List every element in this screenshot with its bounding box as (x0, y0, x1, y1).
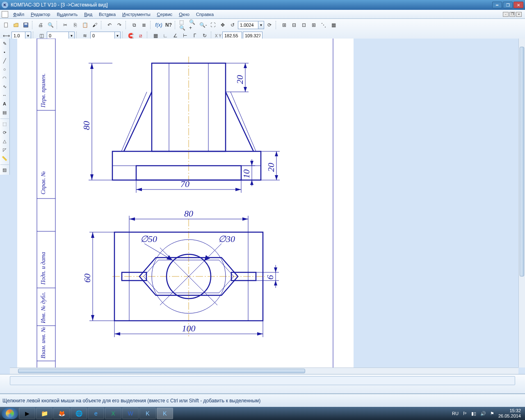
zoom-dropdown[interactable]: ▼ (258, 21, 264, 29)
view-end-button[interactable]: ▦ (329, 21, 338, 30)
svg-marker-32 (244, 63, 247, 68)
taskbar-explorer[interactable]: 📁 (36, 408, 52, 419)
horizontal-scrollbar[interactable] (10, 368, 518, 374)
dimension-tool[interactable]: ↔ (0, 91, 9, 99)
close-button[interactable]: ✕ (514, 2, 523, 8)
view-layers-button[interactable]: ⊟ (290, 21, 299, 30)
svg-marker-69 (129, 217, 135, 221)
help-cursor-button[interactable]: N? (164, 21, 173, 30)
left-toolbox: ✎ • ╱ ○ ◠ ∿ ↔ A ▤ ⬚ ⟳ △ ◸ 📏 ▨ (0, 39, 10, 175)
svg-text:20: 20 (235, 75, 245, 84)
view-snap-button[interactable]: ⋱ (319, 21, 328, 30)
view-manager-button[interactable]: ⊡ (299, 21, 308, 30)
zoom-out-button[interactable]: 🔍- (199, 21, 208, 30)
svg-marker-82 (91, 315, 94, 321)
tray-volume-icon[interactable]: 🔊 (480, 411, 486, 416)
point-tool[interactable]: • (0, 48, 9, 56)
library-button[interactable]: ≣ (139, 21, 148, 30)
menu-window[interactable]: Окно (176, 11, 192, 18)
property-input[interactable] (10, 376, 515, 385)
tray-lang[interactable]: RU (452, 411, 459, 416)
zoom-fit-button[interactable]: ⛶ (208, 21, 217, 30)
drawing-canvas[interactable]: Перв. примен. Справ. № Подп. и дата Инв.… (10, 39, 525, 374)
menu-editor[interactable]: Редактор (28, 11, 52, 18)
view-states-button[interactable]: ⊞ (280, 21, 289, 30)
new-button[interactable] (2, 21, 11, 30)
svg-text:6: 6 (265, 275, 275, 280)
tray-flag-icon[interactable]: 🏳 (463, 411, 467, 416)
tray-network-icon[interactable]: ▮▯ (471, 411, 476, 416)
border-sprav: Справ. № (40, 171, 46, 194)
geometry-tool[interactable]: ✎ (0, 39, 9, 48)
view-grid-button[interactable]: ⊞ (309, 21, 318, 30)
zoom-prev-button[interactable]: ↺ (228, 21, 237, 30)
maximize-button[interactable]: ❐ (503, 2, 513, 8)
border-podp: Подп. и дата (40, 252, 46, 285)
border-perv: Перв. примен. (40, 73, 46, 108)
print-button[interactable]: 🖨 (36, 21, 45, 30)
zoom-window-button[interactable]: ⬚🔍 (179, 21, 188, 30)
redo-button[interactable]: ↷ (115, 21, 124, 30)
format-painter-button[interactable]: 🖌 (90, 21, 99, 30)
vertical-scrollbar[interactable] (518, 39, 525, 368)
menu-view[interactable]: Вид (82, 11, 95, 18)
line-tool[interactable]: ╱ (0, 57, 9, 65)
taskbar-word[interactable]: W (122, 408, 139, 419)
rotate-tool[interactable]: ⟳ (0, 128, 9, 137)
hscroll-thumb[interactable] (18, 369, 305, 373)
table-tool[interactable]: ▤ (0, 108, 9, 116)
zoom-value[interactable]: 1.0024 (238, 21, 258, 29)
svg-rect-2 (25, 23, 27, 25)
open-button[interactable] (11, 21, 21, 30)
mdi-close[interactable]: × (516, 12, 522, 17)
arc-tool[interactable]: ◠ (0, 74, 9, 82)
mdi-minimize[interactable]: - (503, 12, 509, 17)
edit-tool[interactable]: ⬚ (0, 120, 9, 128)
circle-tool[interactable]: ○ (0, 65, 9, 73)
taskbar-chrome[interactable]: 🌐 (71, 408, 87, 419)
zoom-combo[interactable]: 1.0024 ▼ (238, 21, 264, 29)
taskbar-mediaplayer[interactable]: ▶ (19, 408, 35, 419)
menu-file[interactable]: Файл (11, 11, 27, 18)
menu-tools[interactable]: Инструменты (120, 11, 153, 18)
undo-button[interactable]: ↶ (105, 21, 114, 30)
measure-tool[interactable]: 📏 (0, 154, 9, 162)
svg-line-18 (231, 92, 256, 151)
preview-button[interactable]: 🔍 (46, 21, 55, 30)
zoom-pan-button[interactable]: ✥ (218, 21, 227, 30)
variable-button[interactable]: f(x) (154, 21, 163, 30)
cut-button[interactable]: ✂ (61, 21, 70, 30)
refresh-button[interactable]: ⟳ (265, 21, 274, 30)
taskbar-kompas-active[interactable]: K (157, 408, 173, 419)
menu-bar: Файл Редактор Выделить Вид Вставка Инстр… (0, 10, 525, 19)
menu-select[interactable]: Выделить (54, 11, 80, 18)
spline-tool[interactable]: ∿ (0, 82, 9, 91)
menu-service[interactable]: Сервис (155, 11, 175, 18)
start-button[interactable] (2, 408, 18, 419)
properties-button[interactable]: ⧉ (130, 21, 139, 30)
copy-button[interactable]: ⎘ (71, 21, 80, 30)
menu-help[interactable]: Справка (194, 11, 216, 18)
taskbar-excel[interactable]: X (105, 408, 121, 419)
save-button[interactable] (21, 21, 30, 30)
taskbar-kompas[interactable]: K (139, 408, 156, 419)
svg-line-15 (124, 92, 152, 151)
taskbar: ▶ 📁 🦊 🌐 e X W K K RU 🏳 ▮▯ 🔊 ⚑ 15:32 26.0… (0, 407, 525, 420)
tray-clock[interactable]: 15:32 26.05.2014 (498, 408, 521, 419)
mirror-tool[interactable]: △ (0, 137, 9, 145)
tray-security-icon[interactable]: ⚑ (490, 411, 494, 416)
svg-marker-26 (90, 63, 94, 69)
zoom-in-button[interactable]: 🔍+ (189, 21, 198, 30)
text-tool[interactable]: A (0, 100, 9, 108)
vscroll-thumb[interactable] (520, 47, 524, 276)
menu-insert[interactable]: Вставка (96, 11, 118, 18)
scale-tool[interactable]: ◸ (0, 146, 9, 154)
svg-rect-0 (5, 23, 8, 27)
hatch-tool[interactable]: ▨ (0, 166, 9, 174)
svg-text:20: 20 (266, 163, 276, 172)
taskbar-ie[interactable]: e (88, 408, 104, 419)
taskbar-firefox[interactable]: 🦊 (53, 408, 70, 419)
mdi-restore[interactable]: ❐ (509, 12, 515, 17)
paste-button[interactable]: 📋 (80, 21, 89, 30)
minimize-button[interactable]: ━ (492, 2, 502, 8)
